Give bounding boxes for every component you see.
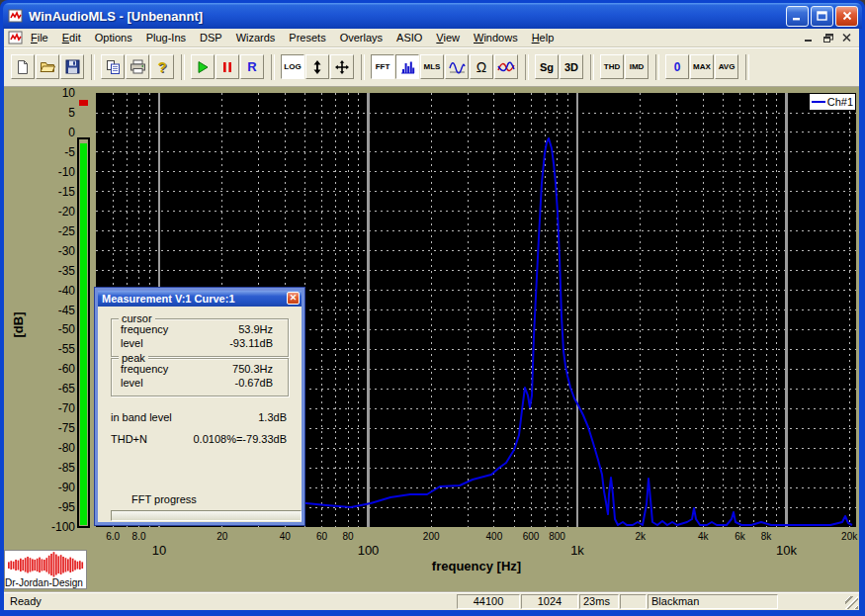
toolbar-separator	[181, 54, 185, 80]
measurement-dialog-close-icon[interactable]: ✕	[287, 292, 300, 305]
frequency-tick-label: 1k	[556, 543, 599, 558]
menu-item-windows[interactable]: Windows	[467, 30, 525, 45]
menu-item-help[interactable]: Help	[525, 30, 562, 45]
record-label: R	[247, 59, 256, 74]
toolbar-separator	[361, 54, 365, 80]
measurement-dialog-title: Measurement V:1 Curve:1	[102, 293, 235, 305]
vendor-logo: Dr-Jordan-Design	[4, 550, 87, 589]
db-tick-label: -40	[30, 284, 75, 298]
move-icon	[334, 59, 350, 75]
status-bar: Ready 44100102423msBlackman	[4, 591, 859, 610]
in-band-level-label: in band level	[111, 411, 172, 424]
pause-button[interactable]	[216, 54, 239, 79]
cursor-level-value: -93.11dB	[229, 337, 273, 350]
save-button[interactable]	[60, 54, 84, 79]
view-3d-label: 3D	[564, 61, 578, 73]
thdn-value: 0.0108%=-79.33dB	[194, 433, 288, 446]
signal-generator-button[interactable]: Sg	[535, 54, 559, 79]
legend-channel-label: Ch#1	[827, 96, 853, 108]
fft-label: FFT	[376, 62, 390, 71]
max-hold-label: MAX	[693, 62, 711, 71]
play-button[interactable]	[191, 54, 215, 79]
menu-item-presets[interactable]: Presets	[282, 30, 332, 45]
frequency-tick-label: 400	[475, 531, 514, 542]
db-tick-label: -30	[30, 244, 75, 258]
status-field-2: 23ms	[579, 594, 619, 609]
print-button[interactable]	[126, 54, 149, 79]
app-icon	[8, 9, 24, 24]
db-axis-title: [dB]	[11, 304, 26, 347]
peak-frequency-label: frequency	[121, 363, 168, 376]
open-button[interactable]	[36, 54, 59, 79]
impedance-button[interactable]: Ω	[470, 54, 493, 79]
frequency-tick-label: 20	[203, 531, 242, 542]
thd-button[interactable]: THD	[600, 54, 624, 79]
title-bar[interactable]: WinAudioMLS - [Unbenannt]	[3, 3, 862, 29]
peak-groupbox: peak frequency 750.3Hz level -0.67dB	[111, 358, 289, 396]
db-tick-label: -70	[30, 401, 75, 415]
pause-icon	[221, 61, 233, 73]
average-button[interactable]: AVG	[715, 54, 738, 79]
fft-button[interactable]: FFT	[371, 54, 394, 79]
menu-item-options[interactable]: Options	[88, 30, 139, 45]
zero-button[interactable]: 0	[665, 54, 689, 79]
pan-button[interactable]	[330, 54, 354, 79]
db-tick-label: -90	[30, 481, 75, 494]
db-tick-label: -25	[30, 224, 75, 238]
help-button[interactable]: ?	[150, 54, 174, 79]
spectrum-button[interactable]	[395, 54, 419, 79]
level-meter-peak-mark	[79, 100, 88, 106]
vertical-scale-button[interactable]	[305, 54, 329, 79]
curves-icon	[497, 60, 515, 73]
thdn-label: THD+N	[111, 433, 147, 446]
legend-line-swatch	[812, 101, 825, 103]
db-tick-label: -15	[30, 185, 75, 199]
mls-button[interactable]: MLS	[420, 54, 444, 79]
status-field-4: Blackman	[648, 594, 778, 609]
frequency-tick-label: 20k	[829, 531, 859, 542]
copy-button[interactable]	[101, 54, 125, 79]
menu-item-view[interactable]: View	[429, 30, 467, 45]
view-3d-button[interactable]: 3D	[560, 54, 583, 79]
resize-grip[interactable]	[845, 596, 858, 609]
max-hold-button[interactable]: MAX	[690, 54, 714, 79]
new-button[interactable]	[11, 54, 35, 79]
menu-item-plug-ins[interactable]: Plug-Ins	[139, 30, 193, 45]
mdi-restore-button[interactable]	[820, 31, 836, 44]
menu-item-file[interactable]: File	[24, 30, 55, 45]
mdi-document-icon[interactable]	[8, 31, 24, 45]
db-tick-label: 0	[30, 126, 75, 139]
measurement-dialog: Measurement V:1 Curve:1 ✕ cursor frequen…	[95, 288, 304, 525]
fft-progress-label: FFT progress	[131, 493, 197, 505]
frequency-tick-label: 10k	[765, 543, 809, 558]
imd-button[interactable]: IMD	[625, 54, 649, 79]
frequency-tick-label: 4k	[683, 531, 723, 542]
menu-item-overlays[interactable]: Overlays	[333, 30, 389, 45]
toolbar-separator	[91, 54, 95, 80]
zero-label: 0	[674, 60, 681, 74]
level-meter-fill	[80, 143, 87, 525]
log-scale-button[interactable]: LOG	[281, 54, 304, 79]
record-button[interactable]: R	[240, 54, 264, 79]
frequency-tick-label: 100	[347, 543, 390, 558]
mdi-close-button[interactable]	[838, 31, 855, 44]
sweep-button[interactable]	[445, 54, 469, 79]
minimize-button[interactable]	[786, 6, 809, 27]
vendor-logo-text: Dr-Jordan-Design	[5, 577, 86, 588]
menu-item-wizards[interactable]: Wizards	[229, 30, 283, 45]
status-field-1: 1024	[521, 594, 578, 609]
overlay-curves-button[interactable]	[494, 54, 518, 79]
menu-item-asio[interactable]: ASIO	[389, 30, 429, 45]
mdi-minimize-button[interactable]	[801, 31, 818, 44]
close-button[interactable]	[835, 6, 858, 27]
frequency-tick-label: 80	[328, 531, 368, 542]
spectrum-bars-icon	[400, 60, 415, 74]
toolbar-separator	[590, 54, 594, 80]
menu-item-edit[interactable]: Edit	[55, 30, 88, 45]
copy-icon	[106, 59, 121, 75]
toolbar-separator	[525, 54, 529, 80]
maximize-button[interactable]	[811, 6, 833, 27]
menu-item-dsp[interactable]: DSP	[193, 30, 229, 45]
measurement-dialog-titlebar[interactable]: Measurement V:1 Curve:1 ✕	[98, 291, 302, 307]
new-icon	[15, 59, 31, 75]
